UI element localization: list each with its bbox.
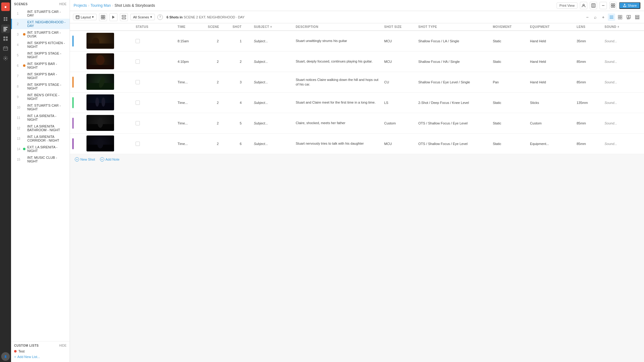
sidebar-item-scene-2[interactable]: 2EXT. NEIGHBORHOOD - DAY: [11, 19, 70, 29]
scene-label: INT. SKIPP'S KITCHEN - NIGHT: [27, 41, 67, 48]
description-cell: Stuart, deeply focused, continues playin…: [293, 51, 381, 72]
sidebar-item-scene-9[interactable]: 9INT. BEN'S OFFICE - NIGHT: [11, 92, 70, 102]
nav-home[interactable]: [1, 15, 10, 23]
sound-cell[interactable]: Sound...: [602, 51, 644, 72]
share-button[interactable]: Share: [619, 2, 640, 9]
sidebar-item-scene-12[interactable]: 12INT. LA SIRENITA BATHROOM - NIGHT: [11, 123, 70, 133]
sidebar-item-scene-5[interactable]: 5INT. SKIPP'S STAGE - NIGHT: [11, 50, 70, 60]
view-grid-button[interactable]: [616, 13, 624, 21]
svg-rect-18: [592, 4, 595, 7]
custom-list-test[interactable]: Test: [14, 349, 67, 354]
sidebar-item-scene-7[interactable]: 7INT. SKIPP'S BAR - NIGHT: [11, 71, 70, 81]
toolbar-grid-icon[interactable]: [99, 13, 107, 21]
subject-cell[interactable]: Subject...: [251, 51, 293, 72]
toolbar-layout-icon[interactable]: [120, 13, 128, 21]
col-header-sound[interactable]: SOUND +: [602, 23, 644, 31]
user-avatar[interactable]: 👤: [1, 353, 10, 362]
toolbar-right: − ⌕ +: [584, 13, 641, 21]
view-list-button[interactable]: [608, 13, 615, 21]
sound-cell[interactable]: Sound...: [602, 31, 644, 51]
row-checkbox[interactable]: [136, 142, 140, 146]
sidebar-item-scene-3[interactable]: 3INT. STUART'S CAR - DUSK: [11, 29, 70, 40]
thumbnail-canvas: [86, 115, 114, 131]
scene-cell: 2: [205, 31, 230, 51]
sound-cell[interactable]: Sound...: [602, 72, 644, 93]
thumbnail-cell[interactable]: [84, 113, 133, 134]
help-icon[interactable]: ?: [157, 14, 163, 20]
row-checkbox[interactable]: [136, 101, 140, 105]
custom-list-dot: [14, 350, 17, 352]
thumbnail-cell[interactable]: [84, 72, 133, 93]
sidebar-item-scene-4[interactable]: 4INT. SKIPP'S KITCHEN - NIGHT: [11, 40, 70, 50]
row-colorbar-cell: [70, 113, 84, 134]
shot-cell: 2: [230, 51, 251, 72]
table-header: STATUS TIME SCENE SHOT SUBJECT + DESCRIP…: [70, 23, 644, 31]
breadcrumb-project[interactable]: Touring Man: [90, 3, 111, 8]
thumbnail-cell[interactable]: [84, 31, 133, 51]
topbar-grid-icon[interactable]: [609, 2, 617, 9]
thumbnail-canvas: [86, 94, 114, 110]
time-cell: 8:15am: [175, 31, 205, 51]
row-checkbox[interactable]: [136, 59, 140, 64]
subject-cell[interactable]: Subject...: [251, 134, 293, 154]
col-header-subject[interactable]: SUBJECT +: [251, 23, 293, 31]
thumbnail-cell[interactable]: [84, 51, 133, 72]
zoom-search-button[interactable]: ⌕: [592, 14, 599, 21]
topbar-user-icon[interactable]: [580, 2, 587, 9]
add-note-icon: +: [100, 157, 104, 162]
breadcrumb: Projects › Touring Man › Shot Lists & St…: [74, 3, 155, 8]
new-shot-icon: +: [75, 157, 79, 162]
zoom-out-button[interactable]: −: [584, 14, 591, 21]
scene-num: 4: [17, 43, 21, 47]
nav-boards[interactable]: [1, 34, 10, 43]
toolbar-play-icon[interactable]: [109, 13, 117, 21]
movement-cell: Static: [490, 134, 527, 154]
view-extra-button[interactable]: [634, 13, 641, 21]
shot-tbody: 8:15am21Subject...Stuart unwittingly str…: [70, 31, 644, 154]
sidebar-item-scene-8[interactable]: 8INT. SKIPP'S STAGE - NIGHT: [11, 81, 70, 92]
scenes-hide[interactable]: HIDE: [59, 2, 67, 6]
view-storyboard-button[interactable]: [625, 13, 632, 21]
sidebar-item-scene-15[interactable]: 15INT. MUSIC CLUB - NIGHT: [11, 154, 70, 165]
svg-rect-40: [620, 15, 622, 17]
nav-shots[interactable]: [1, 25, 10, 33]
sound-cell[interactable]: Sound...: [602, 113, 644, 134]
sidebar-item-scene-14[interactable]: 14EXT. LA SIRENITA - NIGHT: [11, 144, 70, 154]
add-list-label: Add New List...: [17, 355, 40, 359]
topbar-minus-icon[interactable]: [600, 2, 607, 9]
sound-cell[interactable]: Sound...: [602, 93, 644, 113]
subject-cell[interactable]: Subject...: [251, 113, 293, 134]
row-checkbox[interactable]: [136, 121, 140, 125]
nav-calendar[interactable]: [1, 44, 10, 53]
breadcrumb-projects[interactable]: Projects: [74, 3, 87, 8]
sidebar-item-scene-6[interactable]: 6INT. SKIPP'S BAR - NIGHT: [11, 60, 70, 71]
table-row: 8:15am21Subject...Stuart unwittingly str…: [70, 31, 644, 51]
sidebar-item-scene-1[interactable]: 1INT. STUART'S CAR - DAY: [11, 8, 70, 19]
add-list-button[interactable]: + Add New List...: [14, 354, 67, 360]
scene-cell: 2: [205, 93, 230, 113]
nav-settings[interactable]: [1, 54, 10, 63]
table-row: Time...25Subject...Claire, shocked, meet…: [70, 113, 644, 134]
subject-cell[interactable]: Subject...: [251, 31, 293, 51]
print-view-button[interactable]: Print View: [557, 2, 577, 9]
zoom-in-button[interactable]: +: [600, 14, 607, 21]
thumbnail-cell[interactable]: [84, 134, 133, 154]
topbar-columns-icon[interactable]: [590, 2, 597, 9]
row-colorbar-cell: [70, 93, 84, 113]
sidebar-item-scene-13[interactable]: 13INT. LA SIRENITA CORRIDOR - NIGHT: [11, 133, 70, 144]
subject-cell[interactable]: Subject...: [251, 72, 293, 93]
status-color-bar: [72, 36, 74, 47]
layout-button[interactable]: Layout ▾: [73, 14, 97, 20]
thumbnail-cell[interactable]: [84, 93, 133, 113]
add-note-button[interactable]: + Add Note: [100, 157, 120, 162]
status-cell: [133, 51, 175, 72]
row-checkbox[interactable]: [136, 80, 140, 84]
scenes-filter[interactable]: All Scenes ▾: [130, 14, 155, 20]
sidebar-item-scene-10[interactable]: 10INT. STUART'S CAR - NIGHT: [11, 102, 70, 112]
new-shot-button[interactable]: + New Shot: [75, 157, 95, 162]
row-checkbox[interactable]: [136, 39, 140, 43]
custom-lists-hide[interactable]: HIDE: [59, 344, 67, 347]
sidebar-item-scene-11[interactable]: 11INT. LA SIRENITA - NIGHT: [11, 112, 70, 123]
subject-cell[interactable]: Subject...: [251, 93, 293, 113]
sound-cell[interactable]: Sound...: [602, 134, 644, 154]
